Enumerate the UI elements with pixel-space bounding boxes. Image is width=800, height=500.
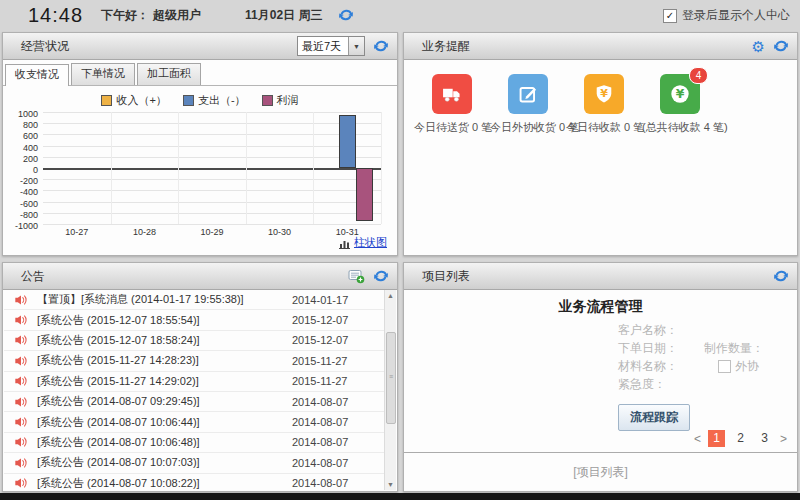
- outsource-checkbox[interactable]: [718, 360, 731, 373]
- speaker-icon: [14, 395, 28, 409]
- speaker-icon: [14, 354, 28, 368]
- refresh-icon[interactable]: [373, 38, 389, 54]
- page-button[interactable]: 3: [756, 430, 773, 447]
- refresh-icon[interactable]: [373, 268, 389, 284]
- coin-yuan-icon: 4¥: [660, 74, 700, 114]
- scroll-down-icon[interactable]: ▼: [385, 479, 396, 490]
- tab[interactable]: 收支情况: [5, 64, 69, 86]
- chart-type-link-row: 柱状图: [339, 235, 387, 250]
- refresh-icon[interactable]: [773, 268, 789, 284]
- legend-swatch: [183, 95, 194, 106]
- coin-yuan-icon: ¥: [669, 83, 691, 105]
- reminder-item[interactable]: 4¥ (总共待收款 4 笔): [642, 74, 718, 135]
- gear-icon[interactable]: ⚙: [752, 39, 765, 54]
- gridline: [43, 213, 381, 214]
- scrollbar[interactable]: ▲ ▼ ≡: [384, 290, 396, 490]
- gridline: [43, 157, 381, 158]
- announcements-header: 公告: [3, 263, 397, 290]
- announcement-text: [系统公告 (2015-11-27 14:28:23)]: [37, 353, 292, 368]
- chart-x-axis: 10-2710-2810-2910-3010-31: [43, 227, 381, 239]
- gridline: [43, 202, 381, 203]
- projects-panel: 项目列表 业务流程管理 客户名称： 下单日期： 制作数量： 材料名称： 外协: [403, 262, 798, 492]
- chart-legend: 收入（+）支出（-）利润: [3, 93, 397, 107]
- y-tick-label: 1000: [18, 109, 38, 119]
- scrollbar-thumb[interactable]: ≡: [386, 332, 396, 424]
- announcement-date: 2014-08-07: [292, 477, 354, 489]
- gridline: [43, 134, 381, 135]
- y-tick-label: 200: [23, 154, 38, 164]
- announcement-date: 2014-01-17: [292, 294, 354, 306]
- panel-title: 项目列表: [422, 268, 470, 285]
- reminder-item[interactable]: 今日外协收货 0 笔: [490, 74, 566, 135]
- announcement-item[interactable]: [系统公告 (2015-11-27 14:28:23)] 2015-11-27: [4, 351, 384, 371]
- page-button[interactable]: 2: [732, 430, 749, 447]
- announcement-text: [系统公告 (2015-12-07 18:58:24)]: [37, 333, 292, 348]
- tab[interactable]: 下单情况: [71, 63, 135, 85]
- gridline: [313, 112, 314, 224]
- refresh-icon[interactable]: [773, 38, 789, 54]
- announcement-item[interactable]: [系统公告 (2014-08-07 10:06:48)] 2014-08-07: [4, 433, 384, 453]
- bottom-bar: [0, 493, 800, 500]
- truck-icon: [432, 74, 472, 114]
- note-add-icon[interactable]: [348, 268, 365, 284]
- y-tick-label: -400: [20, 187, 38, 197]
- next-page-button[interactable]: >: [780, 432, 787, 446]
- announcement-text: [系统公告 (2014-08-07 10:08:22)]: [37, 476, 292, 490]
- prev-page-button[interactable]: <: [694, 432, 701, 446]
- announcement-date: 2014-08-07: [292, 416, 354, 428]
- personal-center-checkbox[interactable]: ✓: [663, 9, 677, 23]
- gridline: [43, 146, 381, 147]
- announcement-list: 【置顶】[系统消息 (2014-01-17 19:55:38)] 2014-01…: [4, 290, 384, 490]
- business-status-header: 经营状况 最近7天 ▼: [3, 33, 397, 60]
- announcement-item[interactable]: [系统公告 (2015-12-07 18:55:54)] 2015-12-07: [4, 310, 384, 330]
- reminder-item[interactable]: 今日待送货 0 笔: [414, 74, 490, 135]
- y-tick-label: 600: [23, 131, 38, 141]
- dashboard: 14:48 下午好： 超级用户 11月02日 周三 ✓ 登录后显示个人中心 经营…: [0, 0, 800, 500]
- greeting: 下午好：: [101, 7, 149, 24]
- workflow-form: 客户名称： 下单日期： 制作数量： 材料名称： 外协 紧急度： 流程跟踪: [618, 322, 794, 431]
- chart-bar: [356, 168, 373, 221]
- reminders-panel: 业务提醒 ⚙ 今日待送货 0 笔 今日外协收货 0 笔 ¥ 今日待收款 0 笔 …: [403, 32, 798, 256]
- announcement-item[interactable]: [系统公告 (2014-08-07 09:29:45)] 2014-08-07: [4, 392, 384, 412]
- x-tick-label: 10-29: [200, 227, 223, 237]
- panel-title: 业务提醒: [422, 38, 470, 55]
- announcement-item[interactable]: [系统公告 (2014-08-07 10:08:22)] 2014-08-07: [4, 474, 384, 490]
- announcement-item[interactable]: [系统公告 (2015-12-07 18:58:24)] 2015-12-07: [4, 331, 384, 351]
- page-button[interactable]: 1: [708, 430, 725, 447]
- y-tick-label: 0: [33, 165, 38, 175]
- announcement-item[interactable]: [系统公告 (2014-08-07 10:07:03)] 2014-08-07: [4, 453, 384, 473]
- range-select[interactable]: 最近7天 ▼: [297, 36, 365, 56]
- speaker-icon: [14, 456, 28, 470]
- x-tick-label: 10-27: [65, 227, 88, 237]
- legend-item: 利润: [262, 93, 299, 107]
- reminder-label: (总共待收款 4 笔): [642, 120, 718, 135]
- gridline: [43, 179, 381, 180]
- y-tick-label: -800: [20, 210, 38, 220]
- speaker-icon: [14, 374, 28, 388]
- announcement-item[interactable]: [系统公告 (2015-11-27 14:29:02)] 2015-11-27: [4, 372, 384, 392]
- refresh-icon[interactable]: [338, 7, 354, 23]
- divider: [404, 452, 797, 453]
- reminder-label: 今日待收款 0 笔: [566, 120, 642, 135]
- announcement-text: [系统公告 (2015-12-07 18:55:54)]: [37, 313, 292, 328]
- edit-icon: [517, 83, 539, 105]
- gridline: [111, 112, 112, 224]
- process-track-button[interactable]: 流程跟踪: [618, 404, 690, 431]
- scroll-up-icon[interactable]: ▲: [385, 290, 396, 301]
- announcement-text: [系统公告 (2014-08-07 10:06:44)]: [37, 415, 292, 430]
- tab[interactable]: 加工面积: [137, 63, 201, 85]
- reminder-item[interactable]: ¥ 今日待收款 0 笔: [566, 74, 642, 135]
- announcement-date: 2014-08-07: [292, 396, 354, 408]
- announcement-date: 2015-11-27: [292, 375, 354, 387]
- y-tick-label: 400: [23, 143, 38, 153]
- announcement-date: 2015-12-07: [292, 334, 354, 346]
- announcement-item[interactable]: [系统公告 (2014-08-07 10:06:44)] 2014-08-07: [4, 412, 384, 432]
- announcement-date: 2015-11-27: [292, 355, 354, 367]
- gridline: [381, 112, 382, 224]
- announcement-text: [系统公告 (2014-08-07 09:29:45)]: [37, 394, 292, 409]
- svg-text:¥: ¥: [676, 87, 685, 101]
- announcement-date: 2014-08-07: [292, 436, 354, 448]
- announcement-item[interactable]: 【置顶】[系统消息 (2014-01-17 19:55:38)] 2014-01…: [4, 290, 384, 310]
- bar-chart-link[interactable]: 柱状图: [354, 235, 387, 250]
- legend-swatch: [262, 95, 273, 106]
